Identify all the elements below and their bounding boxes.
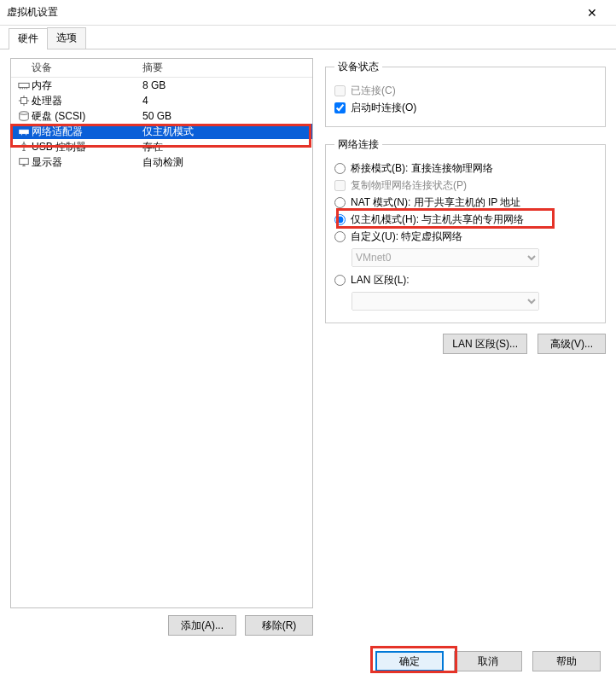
hardware-list[interactable]: 设备 摘要 内存 8 GB 处理器 4 (10, 58, 313, 608)
bridged-radio-label[interactable]: 桥接模式(B): 直接连接物理网络 (334, 161, 596, 176)
svg-rect-4 (20, 159, 29, 165)
nat-radio[interactable] (334, 197, 346, 208)
connect-at-poweron-label[interactable]: 启动时连接(O) (334, 101, 596, 115)
network-icon (16, 125, 32, 137)
replicate-checkbox-label: 复制物理网络连接状态(P) (334, 178, 596, 193)
tab-hardware[interactable]: 硬件 (9, 28, 48, 49)
disk-icon (16, 110, 32, 122)
list-item-summary: 存在 (142, 140, 312, 154)
advanced-button[interactable]: 高级(V)... (538, 334, 606, 354)
lan-segments-button[interactable]: LAN 区段(S)... (443, 334, 527, 354)
window-title: 虚拟机设置 (7, 5, 575, 20)
list-item-summary: 仅主机模式 (142, 125, 312, 139)
display-icon (16, 156, 32, 168)
list-item-label: 网络适配器 (32, 125, 142, 139)
list-item-summary: 50 GB (142, 110, 312, 122)
hw-row-network[interactable]: 网络适配器 仅主机模式 (11, 124, 312, 139)
list-item-summary: 8 GB (142, 79, 312, 91)
list-item-summary: 自动检测 (142, 155, 312, 170)
remove-hardware-button[interactable]: 移除(R) (245, 615, 313, 636)
list-item-label: USB 控制器 (32, 140, 142, 154)
usb-icon (16, 141, 32, 153)
list-item-summary: 4 (142, 95, 312, 107)
add-hardware-button[interactable]: 添加(A)... (168, 615, 236, 636)
lanseg-radio-label[interactable]: LAN 区段(L): (334, 273, 596, 288)
close-icon[interactable] (575, 1, 609, 25)
lanseg-select (352, 292, 539, 311)
list-item-label: 显示器 (32, 155, 142, 170)
nat-radio-label[interactable]: NAT 模式(N): 用于共享主机的 IP 地址 (334, 195, 596, 210)
cpu-icon (16, 95, 32, 107)
svg-rect-0 (19, 83, 29, 87)
device-state-legend: 设备状态 (334, 60, 382, 74)
network-connection-group: 网络连接 桥接模式(B): 直接连接物理网络 复制物理网络连接状态(P) NAT… (325, 137, 606, 323)
hw-row-cpu[interactable]: 处理器 4 (11, 93, 312, 108)
hw-row-usb[interactable]: USB 控制器 存在 (11, 139, 312, 154)
hostonly-radio[interactable] (334, 214, 346, 225)
hw-row-display[interactable]: 显示器 自动检测 (11, 154, 312, 170)
bridged-radio[interactable] (334, 163, 346, 174)
ok-button[interactable]: 确定 (375, 651, 444, 671)
list-item-label: 处理器 (32, 94, 142, 108)
hw-row-memory[interactable]: 内存 8 GB (11, 78, 312, 93)
custom-radio[interactable] (334, 231, 346, 242)
connect-at-poweron-checkbox[interactable] (334, 102, 346, 113)
help-button[interactable]: 帮助 (532, 651, 601, 671)
device-state-group: 设备状态 已连接(C) 启动时连接(O) (325, 60, 606, 127)
connected-checkbox-label: 已连接(C) (334, 84, 596, 98)
memory-icon (16, 79, 32, 91)
tab-options[interactable]: 选项 (47, 27, 86, 49)
list-item-label: 内存 (32, 78, 142, 93)
svg-rect-3 (20, 130, 29, 133)
lanseg-radio[interactable] (334, 275, 346, 286)
connected-checkbox (334, 85, 346, 96)
hw-row-disk[interactable]: 硬盘 (SCSI) 50 GB (11, 108, 312, 124)
custom-radio-label[interactable]: 自定义(U): 特定虚拟网络 (334, 230, 596, 244)
svg-rect-1 (21, 98, 27, 104)
list-item-label: 硬盘 (SCSI) (32, 109, 142, 124)
svg-point-2 (20, 112, 29, 115)
cancel-button[interactable]: 取消 (454, 651, 522, 671)
replicate-checkbox (334, 180, 346, 191)
hardware-list-header: 设备 摘要 (11, 59, 312, 78)
network-connection-legend: 网络连接 (334, 137, 382, 152)
hostonly-radio-label[interactable]: 仅主机模式(H): 与主机共享的专用网络 (334, 212, 596, 227)
custom-vmnet-select: VMnet0 (352, 248, 539, 267)
